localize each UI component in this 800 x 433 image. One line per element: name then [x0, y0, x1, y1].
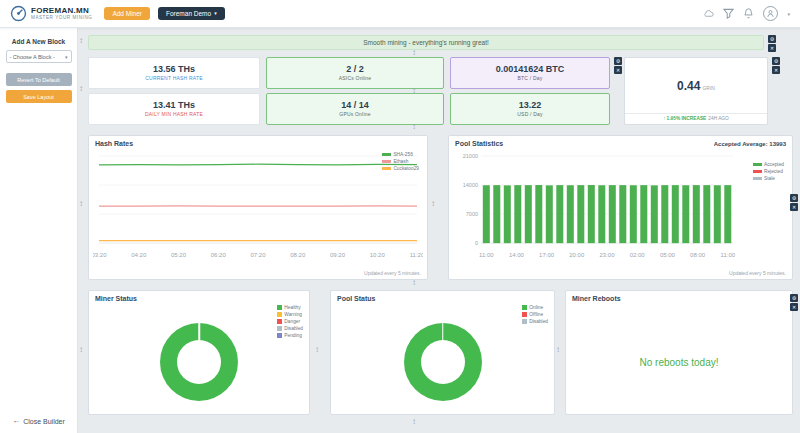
- stat-value: 13.41 THs: [153, 101, 195, 111]
- legend-swatch: [753, 170, 762, 173]
- legend-label: SHA-256: [393, 152, 412, 157]
- drag-handle-icon[interactable]: ↕: [79, 85, 83, 93]
- stat-card-usd-per-day: 13.22 USD / Day: [450, 93, 610, 125]
- grin-price-block: 0.44 GRIN ↑ 1.95% INCREASE 24H AGO: [624, 57, 768, 125]
- hash-rates-panel: Hash Rates SHA-256 Ethash Cuckatoo29 03:…: [88, 135, 428, 280]
- logo-title: FOREMAN.MN: [31, 7, 92, 16]
- svg-text:11:00: 11:00: [721, 251, 736, 258]
- avatar-caret-down-icon[interactable]: ▾: [787, 11, 790, 17]
- legend-label: Pending: [284, 333, 302, 338]
- status-banner: Smooth mining - everything's running gre…: [88, 35, 764, 50]
- svg-text:10:20: 10:20: [370, 251, 386, 258]
- svg-text:17:00: 17:00: [539, 251, 555, 258]
- legend-swatch: [522, 319, 527, 324]
- grin-unit: GRIN: [702, 85, 715, 91]
- logo[interactable]: FOREMAN.MN MASTER YOUR MINING: [10, 5, 92, 22]
- charts-block-actions: ⚙ ✕: [790, 194, 798, 211]
- cloud-icon[interactable]: [703, 8, 714, 19]
- miner-reboots-panel: Miner Reboots No reboots today!: [565, 290, 793, 415]
- pool-statistics-title: Pool Statistics: [455, 140, 503, 147]
- drag-handle-icon[interactable]: ↕: [412, 279, 416, 287]
- hash-rates-chart: 03:2004:2005:2006:2007:2008:2009:2010:20…: [93, 152, 423, 268]
- revert-default-button[interactable]: Revert To Default: [6, 73, 72, 86]
- svg-text:03:20: 03:20: [93, 251, 107, 258]
- account-menu-label: Foreman Demo: [166, 10, 211, 17]
- person-icon: [766, 9, 775, 18]
- drag-handle-icon[interactable]: ↕: [79, 346, 83, 354]
- stat-label: CURRENT HASH RATE: [145, 75, 202, 81]
- legend-swatch: [277, 333, 282, 338]
- pool-statistics-legend: Accepted Rejected Stale: [753, 162, 784, 183]
- user-avatar[interactable]: [763, 6, 778, 21]
- block-remove-button[interactable]: ✕: [768, 44, 776, 52]
- save-layout-button[interactable]: Save Layout: [6, 90, 72, 103]
- drag-handle-icon[interactable]: ↕: [79, 200, 83, 208]
- block-settings-button[interactable]: ⚙: [768, 35, 776, 43]
- legend-swatch: [753, 177, 762, 180]
- accepted-average: Accepted Average: 13993: [714, 141, 786, 147]
- pool-status-donut-chart: [404, 323, 482, 401]
- svg-text:14000: 14000: [463, 182, 478, 188]
- drag-handle-icon[interactable]: ↕: [431, 200, 435, 208]
- stat-label: DAILY MIN HASH RATE: [145, 111, 203, 117]
- foreman-logo-icon: [10, 5, 27, 22]
- drag-handle-icon[interactable]: ↕: [412, 87, 416, 95]
- drag-handle-icon[interactable]: ↕: [556, 346, 560, 354]
- account-menu-button[interactable]: Foreman Demo ▾: [158, 7, 225, 20]
- legend-swatch: [277, 312, 282, 317]
- svg-text:08:00: 08:00: [690, 251, 706, 258]
- block-remove-button[interactable]: ✕: [614, 66, 622, 74]
- svg-text:08:20: 08:20: [290, 251, 306, 258]
- svg-text:05:20: 05:20: [171, 251, 187, 258]
- top-header: FOREMAN.MN MASTER YOUR MINING Add Miner …: [0, 0, 800, 28]
- bottom-block-actions: ⚙ ✕: [790, 294, 798, 311]
- trend-up-icon: ↑: [663, 116, 665, 121]
- status-banner-message: Smooth mining - everything's running gre…: [363, 39, 489, 46]
- close-builder-label: Close Builder: [23, 418, 65, 425]
- legend-label: Disabled: [529, 319, 548, 324]
- block-remove-button[interactable]: ✕: [790, 303, 798, 311]
- stat-value: 14 / 14: [341, 101, 369, 111]
- drag-handle-icon[interactable]: ↕: [412, 418, 416, 426]
- block-settings-button[interactable]: ⚙: [614, 57, 622, 65]
- add-miner-button[interactable]: Add Miner: [104, 7, 150, 20]
- block-settings-button[interactable]: ⚙: [772, 57, 780, 65]
- block-remove-button[interactable]: ✕: [772, 66, 780, 74]
- legend-label: Warning: [284, 312, 302, 317]
- svg-text:0: 0: [475, 240, 478, 246]
- stat-label: USD / Day: [517, 111, 542, 117]
- stat-card-gpus-online: 14 / 14 GPUs Online: [266, 93, 444, 125]
- miner-reboots-title: Miner Reboots: [572, 295, 621, 302]
- close-builder-button[interactable]: ← Close Builder: [12, 417, 65, 425]
- legend-label: Danger: [284, 319, 300, 324]
- svg-text:11:20: 11:20: [410, 251, 423, 258]
- legend-swatch: [277, 305, 282, 310]
- legend-swatch: [277, 319, 282, 324]
- svg-text:09:20: 09:20: [330, 251, 346, 258]
- legend-swatch: [382, 153, 391, 156]
- pool-status-legend: Online Offline Disabled: [522, 305, 548, 326]
- svg-text:02:00: 02:00: [630, 251, 646, 258]
- filter-icon[interactable]: [723, 8, 734, 19]
- drag-handle-icon[interactable]: ↕: [79, 37, 83, 45]
- svg-text:20:00: 20:00: [569, 251, 585, 258]
- choose-block-select[interactable]: - Choose A Block - ▾: [6, 50, 72, 63]
- stat-card-current-hash-rate: 13.56 THs CURRENT HASH RATE: [88, 57, 260, 89]
- svg-text:21000: 21000: [463, 153, 478, 159]
- block-remove-button[interactable]: ✕: [790, 203, 798, 211]
- svg-text:14:00: 14:00: [509, 251, 525, 258]
- block-settings-button[interactable]: ⚙: [790, 194, 798, 202]
- bell-icon[interactable]: [743, 8, 754, 19]
- drag-handle-icon[interactable]: ↕: [315, 346, 319, 354]
- legend-label: Offline: [529, 312, 543, 317]
- no-reboots-message: No reboots today!: [566, 311, 792, 414]
- foreman-dashboard-builder: FOREMAN.MN MASTER YOUR MINING Add Miner …: [0, 0, 800, 433]
- drag-handle-icon[interactable]: ↕: [412, 49, 416, 57]
- miner-status-legend: Healthy Warning Danger Disabled Pending: [277, 305, 303, 340]
- svg-text:11:00: 11:00: [479, 251, 494, 258]
- stat-card-daily-min-hash-rate: 13.41 THs DAILY MIN HASH RATE: [88, 93, 260, 125]
- stat-card-asics-online: 2 / 2 ASICs Online: [266, 57, 444, 89]
- block-settings-button[interactable]: ⚙: [790, 294, 798, 302]
- drag-handle-icon[interactable]: ↕: [412, 123, 416, 131]
- caret-down-icon: ▾: [214, 11, 217, 16]
